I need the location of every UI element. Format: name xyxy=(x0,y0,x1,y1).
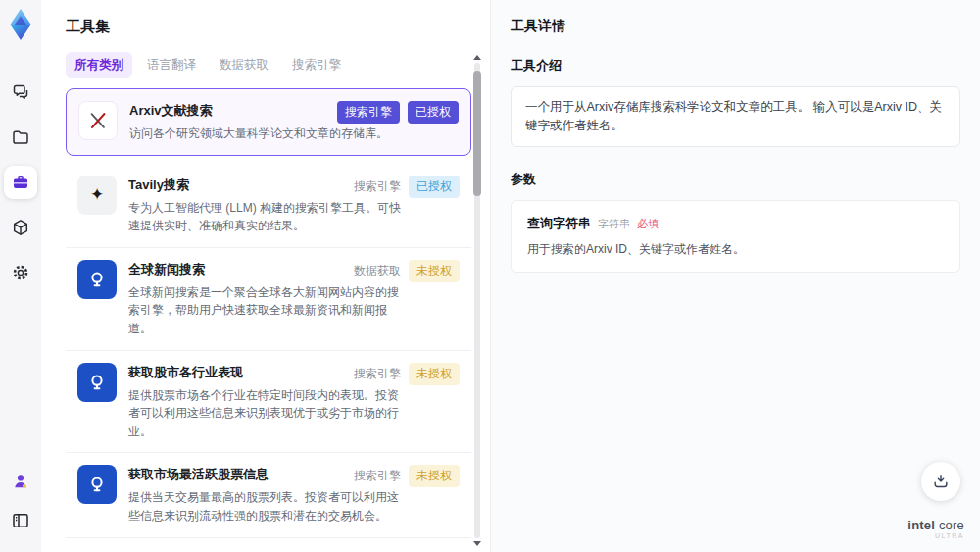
tool-list: 搜索引擎已授权Arxiv文献搜索访问各个研究领域大量科学论文和文章的存储库。搜索… xyxy=(66,88,471,549)
auth-badge: 未授权 xyxy=(409,260,460,282)
arxiv-logo-icon xyxy=(78,101,118,140)
download-button[interactable] xyxy=(921,462,960,501)
settings-gear-icon[interactable] xyxy=(4,256,37,289)
parameter-required-badge: 必填 xyxy=(637,217,659,231)
tool-description: 全球新闻搜索是一个聚合全球各大新闻网站内容的搜索引擎，帮助用户快速获取全球最新资… xyxy=(128,283,407,338)
auth-badge: 未授权 xyxy=(409,465,460,487)
package-icon[interactable] xyxy=(4,211,37,244)
scrollbar-thumb[interactable] xyxy=(473,71,481,196)
app-window: 工具集 所有类别语言翻译数据获取搜索引擎 搜索引擎已授权Arxiv文献搜索访问各… xyxy=(0,0,980,552)
brand-intel: intel xyxy=(907,518,935,532)
category-tag: 搜索引擎 xyxy=(354,366,401,382)
sparkle-icon: ✦ xyxy=(77,176,117,215)
category-tag: 搜索引擎 xyxy=(354,178,401,195)
parameter-description: 用于搜索的Arxiv ID、关键字或作者姓名。 xyxy=(527,241,944,258)
intro-heading: 工具介绍 xyxy=(511,57,960,75)
tool-description: 专为人工智能代理 (LLM) 构建的搜索引擎工具。可快速提供实时、准确和真实的结… xyxy=(128,199,407,235)
category-tag: 数据获取 xyxy=(354,263,401,279)
tool-description: 提供股票市场各个行业在特定时间段内的表现。投资者可以利用这些信息来识别表现优于或… xyxy=(128,386,407,441)
tool-card[interactable]: 搜索引擎未授权万维地区新闻查询查询具体行政区划内的新闻，快速了解各地新闻动 xyxy=(66,538,471,549)
parameter-header: 查询字符串 字符串 必填 xyxy=(527,215,944,232)
category-tabs: 所有类别语言翻译数据获取搜索引擎 xyxy=(66,52,490,78)
sidebar-bottom xyxy=(9,470,32,532)
chat-icon[interactable] xyxy=(4,75,37,109)
tool-description: 提供当天交易量最高的股票列表。投资者可以利用这些信息来识别流动性强的股票和潜在的… xyxy=(128,488,407,525)
scroll-down-arrow-icon[interactable] xyxy=(473,541,481,546)
parameter-card: 查询字符串 字符串 必填 用于搜索的Arxiv ID、关键字或作者姓名。 xyxy=(511,200,960,273)
parameter-name: 查询字符串 xyxy=(527,215,591,232)
search-globe-icon xyxy=(77,363,117,402)
brand-sub: ultra xyxy=(907,532,964,540)
page-title: 工具集 xyxy=(66,18,490,36)
auth-badge: 已授权 xyxy=(409,176,460,198)
intel-core-logo: intel core ultra xyxy=(907,519,964,540)
panel-toggle-icon[interactable] xyxy=(9,509,32,532)
tools-panel: 工具集 所有类别语言翻译数据获取搜索引擎 搜索引擎已授权Arxiv文献搜索访问各… xyxy=(41,0,490,552)
tool-card[interactable]: 搜索引擎未授权获取股市各行业表现提供股票市场各个行业在特定时间段内的表现。投资者… xyxy=(66,351,471,454)
auth-badge: 未授权 xyxy=(409,363,460,385)
app-logo-icon[interactable] xyxy=(4,5,37,44)
detail-title: 工具详情 xyxy=(511,18,960,35)
tab-1[interactable]: 语言翻译 xyxy=(138,52,205,78)
tool-card[interactable]: 搜索引擎未授权获取市场最活跃股票信息提供当天交易量最高的股票列表。投资者可以利用… xyxy=(66,453,471,537)
user-avatar-icon[interactable] xyxy=(9,470,32,493)
tool-description: 访问各个研究领域大量科学论文和文章的存储库。 xyxy=(129,125,388,143)
scroll-up-arrow-icon[interactable] xyxy=(473,55,481,60)
tab-0[interactable]: 所有类别 xyxy=(66,52,132,78)
tool-badges: 搜索引擎已授权 xyxy=(354,176,460,198)
parameter-type: 字符串 xyxy=(598,217,630,231)
tool-badges: 搜索引擎已授权 xyxy=(337,101,459,124)
tool-card[interactable]: 数据获取未授权全球新闻搜索全球新闻搜索是一个聚合全球各大新闻网站内容的搜索引擎，… xyxy=(66,248,471,351)
tool-card[interactable]: 搜索引擎已授权✦Tavily搜索专为人工智能代理 (LLM) 构建的搜索引擎工具… xyxy=(66,164,471,248)
auth-badge: 已授权 xyxy=(408,101,459,124)
search-globe-icon xyxy=(77,260,117,299)
folder-icon[interactable] xyxy=(4,121,37,154)
sidebar-nav xyxy=(4,75,37,289)
download-icon xyxy=(931,472,951,491)
tool-detail-panel: 工具详情 工具介绍 一个用于从Arxiv存储库搜索科学论文和文章的工具。 输入可… xyxy=(490,0,980,552)
category-tag: 搜索引擎 xyxy=(337,101,400,124)
toolbox-icon[interactable] xyxy=(4,166,37,199)
tool-intro-text: 一个用于从Arxiv存储库搜索科学论文和文章的工具。 输入可以是Arxiv ID… xyxy=(511,86,960,147)
tool-card[interactable]: 搜索引擎已授权Arxiv文献搜索访问各个研究领域大量科学论文和文章的存储库。 xyxy=(66,88,471,156)
scrollbar[interactable] xyxy=(473,55,481,546)
search-globe-icon xyxy=(77,465,117,504)
brand-core: core xyxy=(939,518,964,532)
tool-badges: 搜索引擎未授权 xyxy=(354,363,460,385)
tab-2[interactable]: 数据获取 xyxy=(211,52,277,78)
category-tag: 搜索引擎 xyxy=(354,468,401,484)
tool-badges: 数据获取未授权 xyxy=(354,260,460,282)
tool-badges: 搜索引擎未授权 xyxy=(354,465,460,487)
tab-3[interactable]: 搜索引擎 xyxy=(283,52,350,78)
params-heading: 参数 xyxy=(511,171,960,188)
sidebar xyxy=(0,0,41,552)
